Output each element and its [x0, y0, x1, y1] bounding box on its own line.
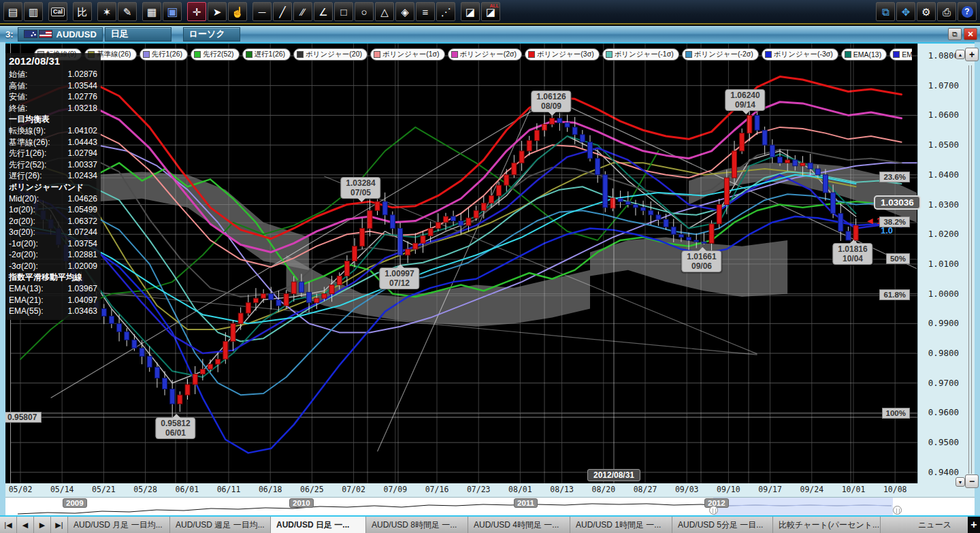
legend-item[interactable]: ボリンジャー(3σ) — [525, 48, 600, 61]
legend-item[interactable]: ボリンジャー(-1σ) — [602, 48, 679, 61]
tab-nav-next-button[interactable]: ▶ — [34, 517, 51, 533]
expand-fullscreen-button[interactable]: ✥ — [896, 2, 915, 21]
currency-pair-button[interactable]: AUD/USD — [18, 27, 103, 42]
trend-line-tool-button[interactable]: ╱ — [273, 2, 292, 21]
chart-tab[interactable]: AUD/USD 5分足 一目... — [672, 517, 773, 533]
panel-rows: 始値:1.02876高値:1.03544安値:1.02776終値:1.03218… — [9, 69, 97, 317]
indicator-settings-icon: ✶ — [103, 7, 112, 17]
save-button[interactable]: ▣ — [163, 2, 182, 21]
navigator-right-handle[interactable] — [893, 506, 902, 515]
settings-gear-button[interactable]: ⚙ — [917, 2, 936, 21]
rectangle-tool-button[interactable]: □ — [334, 2, 353, 21]
legend-item[interactable]: 先行2(52) — [191, 48, 240, 61]
navigator-selection[interactable] — [713, 498, 893, 515]
date-axis[interactable]: 05/0205/1405/2105/2806/0106/1106/1806/25… — [5, 483, 975, 497]
panel-row-label: -3σ(20): — [9, 261, 38, 272]
windows-cascade-button[interactable]: ⧉ — [876, 2, 895, 21]
quote-list-button[interactable]: ▤ — [3, 2, 22, 21]
chart-tab[interactable]: AUD/USD 8時間足 一... — [366, 517, 468, 533]
navigator-left-handle[interactable] — [709, 506, 718, 515]
window-controls: ⧉ ✕ — [946, 28, 977, 40]
panel-row-value: 1.00337 — [68, 159, 97, 171]
chart-tab-active[interactable]: AUD/USD 日足 一... — [271, 517, 366, 533]
panel-section-header: 指数平滑移動平均線 — [9, 272, 97, 283]
timeframe-button[interactable]: 日足 — [105, 27, 172, 42]
legend-item[interactable]: ボリンジャー(20) — [293, 48, 368, 61]
draw-pencil-button[interactable]: ✎ — [118, 2, 137, 21]
chart-tab[interactable]: AUD/USD 4時間足 一... — [468, 517, 570, 533]
legend-item[interactable]: EMA(21) — [889, 48, 912, 61]
chart-titlebar: 3: AUD/USD 日足 ローソク ⧉ ✕ — [0, 26, 980, 42]
panel-row-value: 1.07244 — [68, 227, 97, 238]
hand-mode-icon: ☝ — [231, 7, 244, 17]
panel-row-label: Mid(20): — [9, 193, 39, 205]
expand-fullscreen-icon: ✥ — [902, 7, 911, 17]
triangle-tool-button[interactable]: △ — [375, 2, 394, 21]
panel-row-label: 3σ(20): — [9, 227, 35, 238]
price-tick-label: 1.0400 — [918, 169, 959, 180]
legend-item[interactable]: ボリンジャー(2σ) — [448, 48, 523, 61]
gann-web-tool-icon: ◈ — [401, 7, 409, 17]
windows-cascade-icon: ⧉ — [882, 7, 889, 17]
hand-mode-button[interactable]: ☝ — [228, 2, 247, 21]
zoom-in-button[interactable]: + — [965, 48, 979, 61]
legend-item[interactable]: 先行1(26) — [140, 48, 189, 61]
panel-row-value: 1.06372 — [68, 216, 97, 227]
angle-line-tool-button[interactable]: ∠ — [314, 2, 333, 21]
calendar-button[interactable]: Cal — [48, 2, 67, 21]
chart-type-button[interactable]: ローソク — [183, 27, 240, 42]
legend-item[interactable]: 遅行1(26) — [242, 48, 291, 61]
panel-row-value: 1.03218 — [68, 103, 97, 114]
price-tick-label: 0.9900 — [918, 318, 959, 328]
help-button[interactable]: ? — [958, 2, 977, 21]
zoom-out-button[interactable]: − — [965, 474, 979, 488]
fan-line-tool-button[interactable]: ⋰ — [436, 2, 455, 21]
candlestick-chart[interactable] — [5, 44, 917, 483]
vertical-scrollbar-track[interactable] — [968, 65, 972, 474]
date-tick-label: 06/25 — [297, 485, 327, 494]
print-button[interactable]: ⎙ — [937, 2, 956, 21]
add-tab-button[interactable]: + — [968, 517, 980, 533]
price-tick-label: 1.0000 — [918, 289, 959, 299]
price-tick-label: 0.9700 — [918, 378, 959, 388]
fib-level-label: 61.8% — [879, 289, 910, 300]
legend-item[interactable]: ボリンジャー(-2σ) — [682, 48, 759, 61]
cursor-mode-button[interactable]: ➤ — [208, 2, 227, 21]
scroll-down-button[interactable]: ▼ — [956, 477, 965, 487]
ellipse-tool-button[interactable]: ○ — [355, 2, 374, 21]
tab-nav-prev-button[interactable]: ◀ — [17, 517, 34, 533]
scroll-up-button[interactable]: ▲ — [956, 50, 965, 59]
panel-settings-button[interactable]: ▦ — [142, 2, 161, 21]
chart-tab[interactable]: 比較チャート(パーセント... — [773, 517, 881, 533]
crosshair-mode-button[interactable]: ✛ — [187, 2, 206, 21]
chart-tab[interactable]: AUD/USD 1時間足 一... — [570, 517, 672, 533]
chart-tab[interactable]: AUD/USD 月足 一目均... — [68, 517, 170, 533]
chart-tab[interactable]: ニュース — [881, 517, 968, 533]
eraser-all-button[interactable]: ◪ALL — [481, 2, 500, 21]
eraser-button[interactable]: ◪ — [461, 2, 480, 21]
timeline-navigator[interactable]: 2009201020112012 — [5, 497, 975, 515]
date-tick-label: 06/11 — [214, 485, 244, 494]
chart-tab[interactable]: AUD/USD 週足 一目均... — [170, 517, 271, 533]
indicator-settings-button[interactable]: ✶ — [97, 2, 116, 21]
compare-button[interactable]: 比 — [73, 2, 92, 21]
legend-item[interactable]: ボリンジャー(-3σ) — [762, 48, 838, 61]
parallel-line-tool-button[interactable]: ∕∕ — [293, 2, 312, 21]
tab-nav-first-button[interactable]: |◀ — [0, 517, 17, 533]
gann-web-tool-button[interactable]: ◈ — [395, 2, 414, 21]
legend-item[interactable]: ボリンジャー(1σ) — [370, 48, 445, 61]
panel-row-value: 1.02881 — [68, 249, 97, 261]
horizontal-line-tool-button[interactable]: ─ — [252, 2, 272, 21]
legend-item[interactable]: EMA(13) — [841, 48, 887, 61]
legend-label: 遅行1(26) — [255, 50, 286, 59]
chart-type-label: ローソク — [189, 28, 225, 40]
panel-date: 2012/08/31 — [9, 55, 97, 67]
price-axis[interactable]: 1.08001.07001.06001.05001.04001.03001.02… — [917, 44, 975, 483]
tab-nav-last-button[interactable]: ▶| — [51, 517, 68, 533]
close-window-button[interactable]: ✕ — [964, 28, 977, 40]
restore-window-button[interactable]: ⧉ — [948, 28, 962, 40]
date-tick-label: 05/28 — [131, 485, 161, 494]
cursor-mode-icon: ➤ — [213, 7, 222, 17]
new-chart-button[interactable]: ▥ — [24, 2, 43, 21]
fibonacci-tool-button[interactable]: ≡ — [416, 2, 435, 21]
